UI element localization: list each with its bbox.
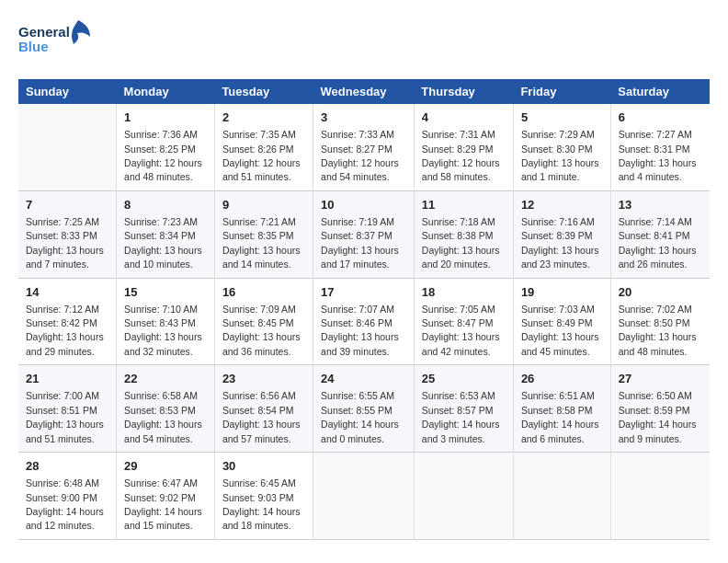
day-number: 29 (124, 458, 207, 475)
col-header-tuesday: Tuesday (214, 79, 313, 104)
logo-svg: General Blue (18, 18, 92, 64)
day-number: 1 (124, 109, 207, 126)
day-cell: 26Sunrise: 6:51 AM Sunset: 8:58 PM Dayli… (513, 365, 610, 453)
day-info: Sunrise: 7:00 AM Sunset: 8:51 PM Dayligh… (26, 390, 104, 443)
day-number: 24 (321, 371, 406, 387)
day-cell (18, 104, 117, 190)
day-cell: 9Sunrise: 7:21 AM Sunset: 8:35 PM Daylig… (214, 190, 313, 278)
day-info: Sunrise: 7:03 AM Sunset: 8:49 PM Dayligh… (521, 304, 599, 357)
day-info: Sunrise: 7:14 AM Sunset: 8:41 PM Dayligh… (619, 216, 697, 270)
day-number: 23 (222, 371, 305, 387)
day-number: 30 (222, 458, 305, 475)
week-row-1: 1Sunrise: 7:36 AM Sunset: 8:25 PM Daylig… (18, 104, 710, 190)
day-info: Sunrise: 7:07 AM Sunset: 8:46 PM Dayligh… (321, 304, 399, 357)
day-info: Sunrise: 7:29 AM Sunset: 8:30 PM Dayligh… (521, 129, 599, 182)
day-number: 10 (321, 197, 406, 213)
day-cell (513, 453, 610, 540)
day-number: 22 (124, 371, 207, 387)
day-info: Sunrise: 7:25 AM Sunset: 8:33 PM Dayligh… (26, 216, 104, 270)
week-row-2: 7Sunrise: 7:25 AM Sunset: 8:33 PM Daylig… (18, 190, 710, 278)
col-header-wednesday: Wednesday (313, 79, 415, 104)
day-info: Sunrise: 6:45 AM Sunset: 9:03 PM Dayligh… (222, 477, 301, 531)
day-cell: 20Sunrise: 7:02 AM Sunset: 8:50 PM Dayli… (610, 278, 710, 365)
day-cell: 7Sunrise: 7:25 AM Sunset: 8:33 PM Daylig… (18, 190, 117, 278)
day-cell: 1Sunrise: 7:36 AM Sunset: 8:25 PM Daylig… (117, 104, 215, 190)
column-header-row: SundayMondayTuesdayWednesdayThursdayFrid… (18, 79, 710, 104)
day-info: Sunrise: 7:05 AM Sunset: 8:47 PM Dayligh… (422, 304, 500, 357)
page-header: General Blue (18, 18, 710, 64)
day-info: Sunrise: 6:48 AM Sunset: 9:00 PM Dayligh… (26, 477, 104, 531)
day-cell: 17Sunrise: 7:07 AM Sunset: 8:46 PM Dayli… (313, 278, 415, 365)
day-cell: 11Sunrise: 7:18 AM Sunset: 8:38 PM Dayli… (414, 190, 513, 278)
day-number: 28 (26, 458, 108, 475)
day-number: 20 (619, 284, 702, 301)
day-number: 14 (26, 284, 108, 301)
day-info: Sunrise: 6:51 AM Sunset: 8:58 PM Dayligh… (521, 390, 599, 443)
day-cell (313, 453, 415, 540)
day-cell: 3Sunrise: 7:33 AM Sunset: 8:27 PM Daylig… (313, 104, 415, 190)
day-cell: 12Sunrise: 7:16 AM Sunset: 8:39 PM Dayli… (513, 190, 610, 278)
day-info: Sunrise: 6:53 AM Sunset: 8:57 PM Dayligh… (422, 390, 500, 443)
week-row-5: 28Sunrise: 6:48 AM Sunset: 9:00 PM Dayli… (18, 453, 710, 540)
day-cell: 30Sunrise: 6:45 AM Sunset: 9:03 PM Dayli… (214, 453, 313, 540)
day-cell: 24Sunrise: 6:55 AM Sunset: 8:55 PM Dayli… (313, 365, 415, 453)
day-info: Sunrise: 6:47 AM Sunset: 9:02 PM Dayligh… (124, 477, 202, 531)
day-info: Sunrise: 7:27 AM Sunset: 8:31 PM Dayligh… (619, 129, 697, 182)
day-cell: 13Sunrise: 7:14 AM Sunset: 8:41 PM Dayli… (610, 190, 710, 278)
day-number: 17 (321, 284, 406, 301)
day-cell: 15Sunrise: 7:10 AM Sunset: 8:43 PM Dayli… (117, 278, 215, 365)
day-number: 12 (521, 197, 603, 213)
week-row-3: 14Sunrise: 7:12 AM Sunset: 8:42 PM Dayli… (18, 278, 710, 365)
day-info: Sunrise: 7:35 AM Sunset: 8:26 PM Dayligh… (222, 129, 301, 182)
day-cell: 16Sunrise: 7:09 AM Sunset: 8:45 PM Dayli… (214, 278, 313, 365)
day-info: Sunrise: 6:56 AM Sunset: 8:54 PM Dayligh… (222, 390, 301, 443)
day-info: Sunrise: 6:50 AM Sunset: 8:59 PM Dayligh… (619, 390, 697, 443)
day-cell: 6Sunrise: 7:27 AM Sunset: 8:31 PM Daylig… (610, 104, 710, 190)
day-cell: 14Sunrise: 7:12 AM Sunset: 8:42 PM Dayli… (18, 278, 117, 365)
logo: General Blue (18, 18, 92, 64)
day-info: Sunrise: 6:58 AM Sunset: 8:53 PM Dayligh… (124, 390, 202, 443)
day-number: 4 (422, 109, 506, 126)
day-info: Sunrise: 7:10 AM Sunset: 8:43 PM Dayligh… (124, 304, 202, 357)
day-info: Sunrise: 7:36 AM Sunset: 8:25 PM Dayligh… (124, 129, 202, 182)
day-info: Sunrise: 7:23 AM Sunset: 8:34 PM Dayligh… (124, 216, 202, 270)
day-cell: 29Sunrise: 6:47 AM Sunset: 9:02 PM Dayli… (117, 453, 215, 540)
day-info: Sunrise: 7:18 AM Sunset: 8:38 PM Dayligh… (422, 216, 500, 270)
day-number: 8 (124, 197, 207, 213)
week-row-4: 21Sunrise: 7:00 AM Sunset: 8:51 PM Dayli… (18, 365, 710, 453)
col-header-monday: Monday (117, 79, 215, 104)
day-cell: 19Sunrise: 7:03 AM Sunset: 8:49 PM Dayli… (513, 278, 610, 365)
day-number: 27 (619, 371, 702, 387)
day-info: Sunrise: 7:12 AM Sunset: 8:42 PM Dayligh… (26, 304, 104, 357)
day-number: 16 (222, 284, 305, 301)
day-info: Sunrise: 7:09 AM Sunset: 8:45 PM Dayligh… (222, 304, 301, 357)
day-cell: 18Sunrise: 7:05 AM Sunset: 8:47 PM Dayli… (414, 278, 513, 365)
day-number: 25 (422, 371, 506, 387)
day-cell (610, 453, 710, 540)
day-cell: 8Sunrise: 7:23 AM Sunset: 8:34 PM Daylig… (117, 190, 215, 278)
day-number: 15 (124, 284, 207, 301)
day-info: Sunrise: 7:31 AM Sunset: 8:29 PM Dayligh… (422, 129, 500, 182)
day-cell (414, 453, 513, 540)
day-cell: 2Sunrise: 7:35 AM Sunset: 8:26 PM Daylig… (214, 104, 313, 190)
day-number: 21 (26, 371, 108, 387)
day-cell: 28Sunrise: 6:48 AM Sunset: 9:00 PM Dayli… (18, 453, 117, 540)
day-info: Sunrise: 7:21 AM Sunset: 8:35 PM Dayligh… (222, 216, 301, 270)
col-header-saturday: Saturday (610, 79, 710, 104)
col-header-thursday: Thursday (414, 79, 513, 104)
day-info: Sunrise: 7:19 AM Sunset: 8:37 PM Dayligh… (321, 216, 399, 270)
day-number: 19 (521, 284, 603, 301)
day-cell: 25Sunrise: 6:53 AM Sunset: 8:57 PM Dayli… (414, 365, 513, 453)
svg-text:Blue: Blue (18, 39, 49, 54)
day-number: 26 (521, 371, 603, 387)
day-number: 18 (422, 284, 506, 301)
day-number: 3 (321, 109, 406, 126)
col-header-friday: Friday (513, 79, 610, 104)
day-cell: 4Sunrise: 7:31 AM Sunset: 8:29 PM Daylig… (414, 104, 513, 190)
day-number: 2 (222, 109, 305, 126)
col-header-sunday: Sunday (18, 79, 117, 104)
day-info: Sunrise: 7:16 AM Sunset: 8:39 PM Dayligh… (521, 216, 599, 270)
day-number: 13 (619, 197, 702, 213)
day-cell: 21Sunrise: 7:00 AM Sunset: 8:51 PM Dayli… (18, 365, 117, 453)
day-info: Sunrise: 7:02 AM Sunset: 8:50 PM Dayligh… (619, 304, 697, 357)
